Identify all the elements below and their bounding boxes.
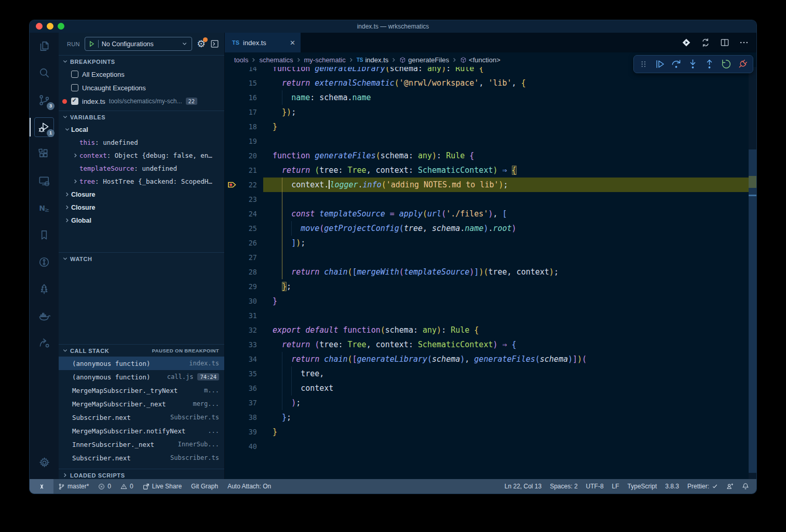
variable-row[interactable]: tree: HostTree {_backend: ScopedH… (59, 175, 224, 188)
breakpoint-margin[interactable] (225, 192, 239, 207)
status-remote-indicator[interactable] (30, 479, 53, 494)
variable-scope-row[interactable]: Local (59, 123, 224, 136)
debug-step-into-button[interactable] (686, 58, 699, 71)
code-line-18[interactable]: 18} (225, 119, 749, 134)
breakpoint-margin[interactable] (225, 148, 239, 163)
variable-scope-row[interactable]: Closure (59, 188, 224, 201)
breakpoint-margin[interactable] (225, 221, 239, 236)
breakpoint-row[interactable]: index.tstools/schematics/my-sch...22 (59, 94, 224, 108)
status-indentation[interactable]: Spaces: 2 (550, 483, 577, 490)
debug-step-over-button[interactable] (670, 58, 683, 71)
chevron-right-icon[interactable] (71, 179, 79, 184)
call-stack-header[interactable]: CALL STACK PAUSED ON BREAKPOINT (59, 345, 224, 357)
breakpoint-margin[interactable] (225, 134, 239, 148)
activity-testing-icon[interactable] (30, 276, 59, 303)
close-tab-icon[interactable]: ✕ (290, 39, 295, 47)
breakpoint-margin[interactable] (225, 90, 239, 105)
breakpoint-margin[interactable] (225, 395, 239, 410)
watch-header[interactable]: WATCH (59, 253, 224, 265)
activity-remote-explorer-icon[interactable] (30, 168, 59, 195)
chevron-right-icon[interactable] (63, 217, 71, 223)
code-line-31[interactable]: 31 (225, 308, 749, 323)
breakpoint-margin[interactable] (225, 323, 239, 337)
chevron-right-icon[interactable] (63, 192, 71, 197)
breakpoint-margin[interactable] (225, 265, 239, 279)
checkbox[interactable] (71, 71, 78, 78)
activity-extensions-icon[interactable] (30, 141, 59, 168)
status-errors[interactable]: 0 (93, 479, 116, 494)
variable-scope-row[interactable]: Closure (59, 201, 224, 214)
open-changes-icon[interactable] (681, 37, 692, 48)
code-line-27[interactable]: 27 (225, 250, 749, 265)
code-line-25[interactable]: 25 move(getProjectConfig(tree, schema.na… (225, 221, 749, 236)
code-editor[interactable]: 14function generateLibrary(schema: any):… (225, 61, 749, 454)
status-git-graph[interactable]: Git Graph (186, 479, 223, 494)
debug-step-out-button[interactable] (703, 58, 716, 71)
call-stack-frame[interactable]: (anonymous function)index.ts (59, 357, 224, 370)
tab-index-ts[interactable]: TS index.ts ✕ (225, 33, 301, 52)
code-line-37[interactable]: 37 ); (225, 395, 749, 410)
breakpoint-margin[interactable] (225, 352, 239, 366)
code-line-24[interactable]: 24 const templateSource = apply(url('./f… (225, 207, 749, 221)
call-stack-frame[interactable]: Subscriber.nextSubscriber.ts (59, 411, 224, 424)
code-line-38[interactable]: 38 }; (225, 410, 749, 425)
code-line-19[interactable]: 19 (225, 134, 749, 148)
breakpoint-row[interactable]: Uncaught Exceptions (59, 81, 224, 94)
breakpoint-margin[interactable] (225, 308, 239, 323)
debug-console-icon[interactable] (210, 39, 219, 48)
call-stack-frame[interactable]: MergeMapSubscriber._tryNextm... (59, 384, 224, 397)
breakpoint-margin[interactable] (225, 366, 239, 381)
code-line-26[interactable]: 26 ]); (225, 236, 749, 250)
loaded-scripts-header[interactable]: LOADED SCRIPTS (59, 469, 224, 479)
activity-explorer-icon[interactable] (30, 33, 59, 60)
launch-config-dropdown[interactable]: No Configurations (85, 37, 192, 51)
breadcrumb-item[interactable]: my-schematic (304, 56, 346, 64)
checkbox[interactable] (71, 98, 78, 105)
debug-disconnect-button[interactable] (736, 58, 749, 71)
code-line-40[interactable]: 40 (225, 439, 749, 454)
chevron-right-icon[interactable] (71, 153, 79, 158)
status-feedback[interactable] (726, 483, 734, 490)
variable-row[interactable]: this: undefined (59, 136, 224, 149)
activity-docker-icon[interactable] (30, 303, 59, 330)
status-prettier[interactable]: Prettier: (687, 483, 718, 490)
code-line-33[interactable]: 33 return (tree: Tree, context: Schemati… (225, 337, 749, 352)
status-auto-attach[interactable]: Auto Attach: On (223, 479, 276, 494)
breakpoint-margin[interactable] (225, 119, 239, 134)
call-stack-frame[interactable]: MergeMapSubscriber._nextmerg... (59, 397, 224, 411)
breakpoint-margin[interactable] (225, 410, 239, 425)
activity-search-icon[interactable] (30, 60, 59, 87)
debug-restart-button[interactable] (720, 58, 733, 71)
code-line-28[interactable]: 28 return chain([mergeWith(templateSourc… (225, 265, 749, 279)
breakpoint-row[interactable]: All Exceptions (59, 67, 224, 81)
start-debug-icon[interactable] (88, 40, 95, 47)
breakpoint-margin[interactable] (225, 279, 239, 294)
configure-gear-icon[interactable]: ⚙ (197, 39, 206, 49)
chevron-right-icon[interactable] (63, 204, 71, 210)
code-line-35[interactable]: 35 tree, (225, 366, 749, 381)
status-live-share[interactable]: Live Share (138, 479, 186, 494)
variable-row[interactable]: context: Object {debug: false, en… (59, 149, 224, 162)
activity-live-share-icon[interactable] (30, 330, 59, 357)
breakpoints-header[interactable]: BREAKPOINTS (59, 56, 224, 67)
more-actions-icon[interactable] (739, 37, 749, 48)
status-encoding[interactable]: UTF-8 (586, 483, 604, 490)
chevron-down-icon[interactable] (63, 127, 71, 132)
code-line-21[interactable]: 21 return (tree: Tree, context: Schemati… (225, 163, 749, 178)
debug-continue-button[interactable] (653, 58, 666, 71)
call-stack-frame[interactable]: MergeMapSubscriber.notifyNext... (59, 424, 224, 438)
code-line-34[interactable]: 34 return chain([generateLibrary(schema)… (225, 352, 749, 366)
split-editor-icon[interactable] (720, 37, 730, 48)
scrollbar-slider[interactable] (749, 149, 756, 473)
breadcrumb-item[interactable]: schematics (259, 56, 293, 64)
breakpoint-margin[interactable] (225, 105, 239, 119)
breakpoint-margin[interactable] (225, 76, 239, 90)
status-language-mode[interactable]: TypeScript (628, 483, 657, 490)
code-line-22[interactable]: 22 context.logger.info('adding NOTES.md … (225, 178, 749, 192)
status-cursor-position[interactable]: Ln 22, Col 13 (505, 483, 541, 490)
breakpoint-margin[interactable] (225, 381, 239, 395)
activity-run-and-debug-icon[interactable]: 1 (30, 114, 59, 141)
call-stack-frame[interactable]: (anonymous function)call.js74:24 (59, 370, 224, 384)
variable-scope-row[interactable]: Global (59, 214, 224, 227)
code-line-39[interactable]: 39} (225, 425, 749, 439)
